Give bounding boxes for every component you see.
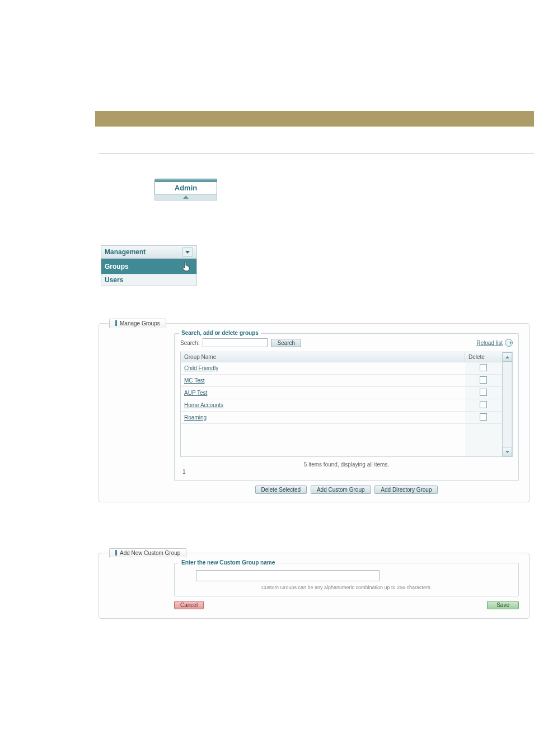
delete-checkbox[interactable] — [480, 413, 487, 421]
admin-tab-graphic: Admin — [154, 179, 217, 200]
management-menu-item-label: Users — [105, 276, 123, 284]
table-row: AUP Test — [181, 387, 502, 399]
panel-tab-label: Add New Custom Group — [120, 550, 180, 556]
results-status: 5 items found, displaying all items. — [180, 457, 513, 469]
reload-list-link[interactable]: Reload list — [476, 339, 513, 347]
custom-group-name-input[interactable] — [196, 570, 380, 581]
custom-group-hint: Custom Groups can be any alphanumeric co… — [180, 584, 513, 590]
scroll-down-button[interactable] — [503, 447, 512, 456]
delete-checkbox[interactable] — [480, 401, 487, 408]
fieldset-legend: Enter the new Custom Group name — [179, 559, 277, 566]
column-header-name: Group Name — [181, 352, 465, 362]
delete-checkbox[interactable] — [480, 376, 487, 384]
search-label: Search: — [180, 340, 199, 346]
column-header-delete: Delete — [465, 352, 503, 362]
table-row: Roaming — [181, 412, 502, 424]
table-row: MC Test — [181, 375, 502, 387]
search-input[interactable] — [203, 338, 268, 347]
admin-tab[interactable]: Admin — [154, 181, 217, 194]
manage-groups-panel: Manage Groups Search, add or delete grou… — [99, 323, 530, 502]
chevron-up-icon — [183, 195, 189, 199]
panel-tab-manage-groups[interactable]: Manage Groups — [109, 319, 166, 328]
group-link[interactable]: MC Test — [184, 377, 205, 384]
add-directory-group-button[interactable]: Add Directory Group — [374, 486, 438, 494]
svg-marker-2 — [505, 356, 509, 358]
delete-checkbox[interactable] — [480, 389, 487, 396]
management-menu-item-label: Groups — [105, 263, 129, 270]
management-menu-title: Management — [105, 248, 146, 256]
svg-marker-0 — [183, 195, 189, 199]
search-fieldset: Search, add or delete groups Search: Sea… — [174, 333, 519, 481]
new-group-fieldset: Enter the new Custom Group name Custom G… — [174, 563, 519, 596]
group-link[interactable]: Home Accounts — [184, 402, 223, 408]
save-button[interactable]: Save — [487, 601, 519, 609]
delete-selected-button[interactable]: Delete Selected — [255, 486, 307, 494]
section-band — [95, 111, 534, 127]
panel-tab-label: Manage Groups — [120, 320, 160, 326]
management-menu-item-users[interactable]: Users — [101, 274, 196, 286]
admin-tab-expand[interactable] — [154, 194, 217, 200]
reload-list-label: Reload list — [476, 340, 503, 346]
table-row: Child Friendly — [181, 362, 502, 375]
svg-marker-3 — [505, 451, 509, 453]
management-menu-header[interactable]: Management — [101, 246, 196, 259]
group-link[interactable]: Roaming — [184, 414, 207, 421]
cursor-hand-icon — [182, 262, 191, 273]
delete-checkbox[interactable] — [480, 364, 487, 371]
groups-table: Group Name Delete Child Friendly — [180, 352, 513, 457]
add-custom-group-button[interactable]: Add Custom Group — [311, 486, 371, 494]
chevron-up-icon — [505, 356, 509, 358]
panel-tab-add-custom-group[interactable]: Add New Custom Group — [109, 548, 186, 558]
management-menu: Management Groups Users — [101, 245, 197, 286]
search-button[interactable]: Search — [271, 339, 301, 347]
group-link[interactable]: AUP Test — [184, 390, 207, 396]
page-indicator: 1 — [180, 469, 513, 475]
group-link[interactable]: Child Friendly — [184, 365, 218, 371]
add-custom-group-panel: Add New Custom Group Enter the new Custo… — [99, 553, 530, 619]
svg-marker-1 — [185, 251, 190, 254]
reload-icon — [505, 339, 513, 347]
table-scrollbar[interactable] — [502, 352, 512, 456]
cancel-button[interactable]: Cancel — [174, 601, 204, 609]
management-menu-collapse[interactable] — [182, 248, 193, 256]
divider — [99, 153, 534, 154]
chevron-down-icon — [185, 251, 190, 254]
fieldset-legend: Search, add or delete groups — [179, 330, 261, 336]
management-menu-item-groups[interactable]: Groups — [101, 259, 196, 274]
chevron-down-icon — [505, 451, 509, 453]
scroll-up-button[interactable] — [503, 352, 512, 362]
table-row: Home Accounts — [181, 399, 502, 412]
